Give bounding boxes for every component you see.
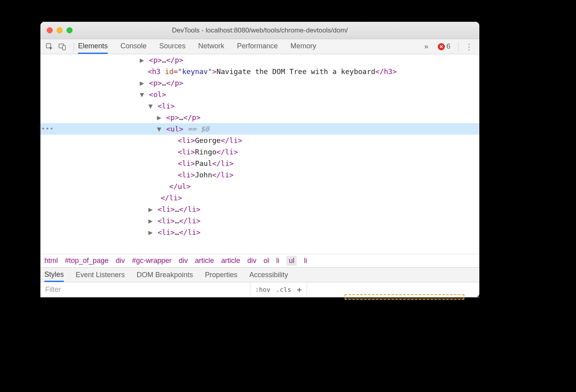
dom-node[interactable]: <li>Ringo</li> xyxy=(40,146,479,158)
new-style-rule-button[interactable]: + xyxy=(297,285,302,295)
crumb[interactable]: div xyxy=(179,257,188,265)
subtab-dom-breakpoints[interactable]: DOM Breakpoints xyxy=(137,268,193,281)
crumb[interactable]: ol xyxy=(263,257,269,265)
separator xyxy=(74,42,74,51)
dom-node[interactable]: </ul> xyxy=(40,181,479,192)
dom-node[interactable]: <h3 id="keynav">Navigate the DOM Tree wi… xyxy=(40,66,479,77)
devtools-window: DevTools - localhost:8080/web/tools/chro… xyxy=(40,22,479,297)
traffic-lights xyxy=(47,27,72,33)
selected-marker-icon: ••• xyxy=(41,123,54,135)
main-toolbar: Elements Console Sources Network Perform… xyxy=(40,39,479,54)
tab-sources[interactable]: Sources xyxy=(159,39,185,54)
error-count: 6 xyxy=(446,42,450,51)
tab-memory[interactable]: Memory xyxy=(290,39,316,54)
dom-node[interactable]: <li>Paul</li> xyxy=(40,158,479,169)
dom-node[interactable]: ▶ <li>…</li> xyxy=(40,204,479,215)
styles-pane-tabs: Styles Event Listeners DOM Breakpoints P… xyxy=(40,267,479,282)
breadcrumb: html #top_of_page div #gc-wrapper div ar… xyxy=(40,254,479,267)
crumb[interactable]: #gc-wrapper xyxy=(132,257,172,265)
crumb-selected[interactable]: ul xyxy=(286,256,297,266)
device-toolbar-icon[interactable] xyxy=(57,42,67,52)
dom-node[interactable]: ▶ <li>…</li> xyxy=(40,215,479,226)
subtab-styles[interactable]: Styles xyxy=(44,268,64,282)
crumb[interactable]: div xyxy=(247,257,256,265)
tab-network[interactable]: Network xyxy=(198,39,224,54)
dom-node[interactable]: <li>John</li> xyxy=(40,169,479,181)
subtab-accessibility[interactable]: Accessibility xyxy=(249,268,288,281)
svg-rect-2 xyxy=(63,46,65,50)
settings-menu-icon[interactable]: ⋮ xyxy=(463,42,475,51)
close-window-button[interactable] xyxy=(47,27,53,33)
crumb[interactable]: article xyxy=(221,257,240,265)
dom-node[interactable]: ▶ <p>…</p> xyxy=(40,77,479,89)
subtab-properties[interactable]: Properties xyxy=(205,268,237,281)
crumb[interactable]: #top_of_page xyxy=(65,257,109,265)
dom-node[interactable]: ▼ <li> xyxy=(40,100,479,112)
titlebar: DevTools - localhost:8080/web/tools/chro… xyxy=(40,22,479,39)
zoom-window-button[interactable] xyxy=(67,27,72,33)
dom-node[interactable]: </li> xyxy=(40,192,479,204)
inspect-element-icon[interactable] xyxy=(44,42,55,52)
tab-performance[interactable]: Performance xyxy=(237,39,278,54)
tabs-overflow-button[interactable]: » xyxy=(419,42,434,51)
dom-node-selected[interactable]: ••• ▼ <ul> == $0 xyxy=(40,123,479,135)
crumb[interactable]: li xyxy=(276,257,279,265)
error-count-badge[interactable]: ✕ 6 xyxy=(438,42,450,51)
window-title: DevTools - localhost:8080/web/tools/chro… xyxy=(40,27,479,34)
minimize-window-button[interactable] xyxy=(57,27,63,33)
toggle-cls-button[interactable]: .cls xyxy=(276,286,292,293)
error-icon: ✕ xyxy=(438,43,445,50)
dom-node[interactable]: ▼ <ol> xyxy=(40,89,479,100)
crumb[interactable]: li xyxy=(304,257,307,265)
subtab-event-listeners[interactable]: Event Listeners xyxy=(76,268,125,281)
toggle-hov-button[interactable]: :hov xyxy=(255,286,271,293)
separator xyxy=(458,42,459,51)
elements-tree[interactable]: ▶ <p>…</p> <h3 id="keynav">Navigate the … xyxy=(40,54,479,254)
crumb[interactable]: article xyxy=(195,257,214,265)
tab-console[interactable]: Console xyxy=(120,39,147,54)
highlight-outline xyxy=(345,294,464,300)
crumb[interactable]: div xyxy=(116,257,125,265)
crumb[interactable]: html xyxy=(44,257,58,265)
styles-filter-input[interactable] xyxy=(40,282,250,297)
panel-tabs: Elements Console Sources Network Perform… xyxy=(78,39,419,54)
dom-node[interactable]: ▶ <p>…</p> xyxy=(40,112,479,123)
dom-node[interactable]: ▶ <li>…</li> xyxy=(40,226,479,238)
dom-node[interactable]: <li>George</li> xyxy=(40,135,479,146)
tab-elements[interactable]: Elements xyxy=(78,39,108,54)
dom-node[interactable]: ▶ <p>…</p> xyxy=(40,54,479,66)
